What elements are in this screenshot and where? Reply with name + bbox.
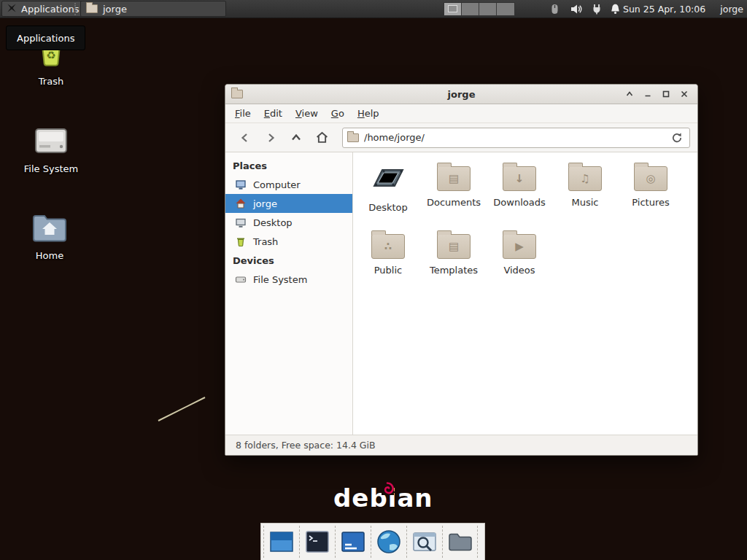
file-label: Pictures [618, 197, 684, 208]
places-header: Places [225, 156, 352, 175]
devices-header: Devices [225, 251, 352, 270]
desktop-folder-icon [355, 160, 421, 196]
file-manager-folder-icon [446, 528, 474, 556]
notification-bell-icon[interactable] [609, 3, 622, 15]
menu-help[interactable]: Help [351, 105, 386, 122]
window-titlebar[interactable]: jorge [225, 85, 697, 104]
desktop-icon [235, 217, 247, 228]
address-folder-icon [347, 133, 359, 142]
panel-icon [339, 528, 367, 556]
applications-menu-button[interactable]: Applications [1, 1, 85, 17]
debian-swirl-icon [381, 482, 394, 498]
menu-file[interactable]: File [228, 105, 258, 122]
dock-panel-button[interactable] [335, 526, 371, 558]
workspace-1[interactable] [444, 3, 462, 15]
computer-icon [235, 179, 247, 190]
drive-icon [18, 120, 85, 157]
sidebar-item-desktop[interactable]: Desktop [225, 213, 352, 232]
desktop-icon-home[interactable]: Home [16, 207, 83, 261]
file-item-documents[interactable]: ▤ Documents [421, 160, 487, 217]
menu-bar: File Edit View Go Help [225, 104, 697, 123]
places-sidebar: Places Computer jorge Desktop [225, 152, 353, 435]
dock-app-finder-button[interactable] [406, 526, 442, 558]
template-sheet-emblem-icon: ▤ [449, 241, 459, 252]
mouse-status-icon[interactable] [549, 3, 562, 15]
maximize-button[interactable] [658, 88, 673, 101]
file-item-music[interactable]: ♫ Music [552, 160, 618, 217]
workspace-switcher[interactable] [444, 2, 515, 16]
file-item-downloads[interactable]: ↓ Downloads [487, 160, 552, 217]
minimize-button[interactable] [640, 88, 655, 101]
file-label: Templates [421, 265, 487, 276]
workspace-window-thumb [448, 5, 457, 12]
up-button[interactable] [284, 127, 309, 149]
xfce-menu-icon [7, 3, 17, 15]
close-button[interactable] [676, 88, 692, 101]
desktop-icon-label: Trash [18, 76, 85, 87]
window-task-icon [86, 4, 98, 13]
shade-button[interactable] [622, 88, 637, 101]
app-finder-magnifier-icon [411, 528, 438, 556]
home-folder-icon [16, 207, 83, 244]
file-label: Downloads [487, 197, 552, 208]
sidebar-item-label: Trash [253, 236, 278, 247]
debian-wallpaper-logo: debian [333, 483, 433, 513]
taskbar-window-label: jorge [103, 4, 127, 15]
sidebar-item-trash[interactable]: Trash [225, 232, 352, 251]
sidebar-item-label: Desktop [253, 217, 293, 228]
status-text: 8 folders, Free space: 14.4 GiB [236, 440, 376, 451]
folder-icon: ∴ [371, 234, 405, 259]
menu-edit[interactable]: Edit [258, 105, 289, 122]
sidebar-item-jorge[interactable]: jorge [225, 194, 352, 213]
top-panel: Applications jorge Sun 25 Apr, 10:06 jor… [0, 0, 747, 18]
home-button[interactable] [309, 127, 334, 149]
share-emblem-icon: ∴ [384, 241, 392, 252]
sidebar-item-computer[interactable]: Computer [225, 175, 352, 194]
file-item-desktop[interactable]: Desktop [355, 160, 421, 217]
file-label: Desktop [355, 202, 421, 213]
show-desktop-icon [268, 528, 295, 556]
terminal-icon [303, 528, 331, 556]
reload-button[interactable] [669, 130, 685, 146]
folder-icon: ▤ [437, 234, 471, 259]
file-label: Public [355, 265, 421, 276]
desktop-icon-label: Home [16, 250, 83, 261]
volume-icon[interactable] [570, 3, 583, 15]
dock-web-browser-button[interactable] [371, 526, 406, 558]
address-input[interactable] [364, 132, 664, 143]
dock-terminal-button[interactable] [299, 526, 335, 558]
forward-button[interactable] [258, 127, 283, 149]
dock-file-manager-button[interactable] [442, 526, 478, 558]
taskbar-window-button[interactable]: jorge [80, 1, 226, 17]
sidebar-item-label: Computer [253, 179, 301, 190]
workspace-3[interactable] [479, 3, 497, 15]
power-plug-icon[interactable] [591, 3, 604, 15]
dock-show-desktop-button[interactable] [263, 526, 299, 558]
sidebar-item-label: File System [253, 274, 307, 285]
music-note-emblem-icon: ♫ [580, 174, 589, 184]
bottom-dock [260, 523, 485, 560]
file-item-pictures[interactable]: ◎ Pictures [618, 160, 684, 217]
documents-emblem-icon: ▤ [449, 174, 459, 184]
panel-clock[interactable]: Sun 25 Apr, 10:06 [623, 0, 705, 18]
file-label: Music [552, 197, 618, 208]
file-item-public[interactable]: ∴ Public [355, 228, 421, 285]
workspace-2[interactable] [462, 3, 479, 15]
file-icon-view[interactable]: Desktop ▤ Documents ↓ Downloads ♫ Music … [353, 152, 697, 435]
menu-go[interactable]: Go [325, 105, 351, 122]
workspace-4[interactable] [497, 3, 514, 15]
menu-view[interactable]: View [289, 105, 325, 122]
folder-icon: ◎ [634, 166, 667, 191]
back-button[interactable] [233, 127, 258, 149]
download-arrow-emblem-icon: ↓ [515, 174, 525, 184]
status-bar: 8 folders, Free space: 14.4 GiB [225, 435, 697, 455]
address-bar[interactable] [342, 128, 690, 148]
file-label: Videos [487, 265, 552, 276]
file-item-templates[interactable]: ▤ Templates [421, 228, 487, 285]
applications-tooltip: Applications [6, 26, 85, 50]
sidebar-item-file-system[interactable]: File System [225, 270, 352, 289]
folder-icon: ▤ [437, 166, 471, 191]
file-item-videos[interactable]: ▶ Videos [487, 228, 552, 285]
desktop-icon-file-system[interactable]: File System [18, 120, 85, 174]
camera-lens-emblem-icon: ◎ [646, 174, 655, 184]
